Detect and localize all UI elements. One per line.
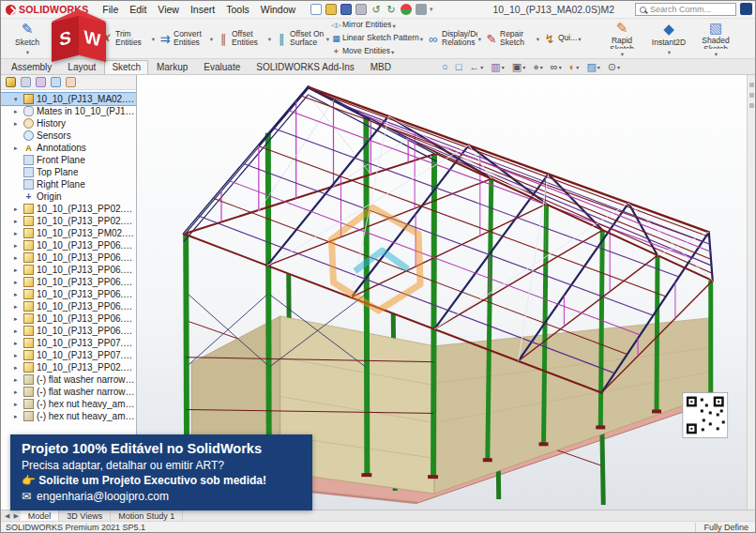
expand-arrow-icon[interactable]: ▸ xyxy=(14,413,23,420)
tree-item[interactable]: ▸ 10_10_(PJ13_PP06.01)M2<1> xyxy=(1,239,136,251)
tree-item[interactable]: ▸ 10_10_(PJ13_PP02.01)M2<2> xyxy=(1,215,136,227)
zoom-fit-icon[interactable] xyxy=(442,61,448,72)
expand-arrow-icon[interactable]: ▸ xyxy=(14,352,23,359)
expand-arrow-icon[interactable]: ▸ xyxy=(14,145,23,152)
tab-scroll-left-icon[interactable]: ◀ xyxy=(3,512,11,520)
property-manager-tab-icon[interactable] xyxy=(21,77,31,87)
dimxpert-manager-tab-icon[interactable] xyxy=(51,77,61,87)
toolbar-button[interactable]: Shaded Sketch Contours xyxy=(692,19,739,58)
zoom-area-icon[interactable] xyxy=(456,61,462,72)
expand-arrow-icon[interactable]: ▸ xyxy=(14,266,23,274)
banner-email[interactable]: engenharia@loogipro.com xyxy=(37,490,169,503)
toolbar-button[interactable]: Linear Sketch Pattern xyxy=(330,32,424,45)
tree-item[interactable]: ▾ 10_10_(PJ13_MA02.01)M2<1> xyxy=(1,93,136,105)
expand-arrow-icon[interactable]: ▸ xyxy=(14,254,23,262)
toolbar-button[interactable]: Offset On Surface xyxy=(272,19,330,58)
command-manager-tab[interactable]: Markup xyxy=(149,60,195,74)
menubar-menu[interactable]: Window xyxy=(255,3,301,16)
edit-appearance-icon[interactable] xyxy=(569,61,580,72)
tree-item[interactable]: ▸ 10_10_(PJ13_PP06.01)M2<7> xyxy=(1,312,136,325)
apply-scene-icon[interactable] xyxy=(586,61,599,73)
toolbar-button[interactable]: Repair Sketch xyxy=(482,19,540,58)
expand-arrow-icon[interactable]: ▸ xyxy=(14,291,23,298)
expand-arrow-icon[interactable]: ▸ xyxy=(14,279,23,286)
menubar-menu[interactable]: View xyxy=(152,3,185,16)
tree-item[interactable]: ▸ 10_10_(PJ13_PP02.03)M2<1> xyxy=(1,361,136,373)
expand-arrow-icon[interactable]: ▸ xyxy=(14,364,23,372)
expand-arrow-icon[interactable]: ▸ xyxy=(14,303,23,311)
options-icon[interactable] xyxy=(416,4,427,15)
command-manager-tab[interactable]: SOLIDWORKS Add-Ins xyxy=(249,60,361,74)
menubar-menu[interactable]: Edit xyxy=(124,3,152,16)
expand-arrow-icon[interactable]: ▾ xyxy=(14,96,23,103)
command-manager-tab[interactable]: Evaluate xyxy=(196,60,248,74)
expand-arrow-icon[interactable]: ▸ xyxy=(14,388,23,396)
tree-item[interactable]: ▸ (-) flat washer narrow_am<1> xyxy=(1,373,136,386)
tree-item[interactable]: Origin xyxy=(1,190,136,203)
chevron-down-icon[interactable]: ▾ xyxy=(430,6,433,13)
tree-item[interactable]: ▸ (-) hex nut heavy_am<2> (... xyxy=(1,410,136,422)
expand-arrow-icon[interactable]: ▸ xyxy=(14,206,23,213)
expand-arrow-icon[interactable]: ▸ xyxy=(14,327,23,335)
task-pane-icon[interactable] xyxy=(749,103,754,108)
tree-item[interactable]: Right Plane xyxy=(1,178,136,190)
tree-item[interactable]: ▸ 10_10_(PJ13_PP06.01)M2<6> xyxy=(1,300,136,312)
expand-arrow-icon[interactable]: ▸ xyxy=(14,242,23,250)
tree-item[interactable]: ▸ 10_10_(PJ13_PP07.11)M2<1> xyxy=(1,349,136,361)
expand-arrow-icon[interactable]: ▸ xyxy=(14,218,23,225)
configuration-manager-tab-icon[interactable] xyxy=(36,77,46,87)
toolbar-button[interactable]: Rapid Sketch xyxy=(598,19,645,58)
save-icon[interactable] xyxy=(340,4,352,15)
rebuild-icon[interactable] xyxy=(401,4,412,15)
tree-item[interactable]: ▸ 10_10_(PJ13_PP06.01)M2<2> xyxy=(1,251,136,264)
command-manager-tab[interactable]: Sketch xyxy=(104,60,148,74)
tree-item[interactable]: ▸ Mates in 10_10_(PJ13_MA0... xyxy=(1,105,136,117)
user-account-icon[interactable] xyxy=(740,3,752,15)
task-pane-strip[interactable] xyxy=(747,75,755,510)
tree-item[interactable]: Sensors xyxy=(1,129,136,142)
model-tab[interactable]: Model xyxy=(21,510,60,521)
view-settings-icon[interactable] xyxy=(608,61,620,73)
tree-item[interactable]: ▸ 10_10_(PJ13_PP02.01)M2<1> xyxy=(1,203,136,215)
undo-icon[interactable] xyxy=(370,4,382,15)
hide-show-icon[interactable] xyxy=(551,61,562,72)
display-style-icon[interactable] xyxy=(533,61,543,72)
toolbar-button[interactable]: Instant2D xyxy=(645,19,692,58)
toolbar-button[interactable]: Move Entities xyxy=(330,45,424,58)
expand-arrow-icon[interactable]: ▸ xyxy=(14,315,23,323)
expand-arrow-icon[interactable]: ▸ xyxy=(14,340,23,347)
model-tab[interactable]: Motion Study 1 xyxy=(111,510,183,521)
open-icon[interactable] xyxy=(325,4,337,15)
toolbar-button[interactable]: Display/Delete Relations xyxy=(424,19,482,58)
tree-item[interactable]: ▸ 10_10_(PJ13_PP06.01)M2<4> xyxy=(1,276,136,288)
expand-arrow-icon[interactable]: ▸ xyxy=(14,376,23,384)
toolbar-button[interactable]: Qui... xyxy=(540,19,598,58)
toolbar-button[interactable]: Convert Entities xyxy=(156,19,214,58)
view-orientation-icon[interactable] xyxy=(512,61,525,73)
model-tab[interactable]: 3D Views xyxy=(59,510,111,521)
new-document-icon[interactable] xyxy=(310,4,322,15)
toolbar-button[interactable]: Mirror Entities xyxy=(330,19,424,32)
tab-scroll-right-icon[interactable]: ▶ xyxy=(11,512,20,520)
toolbar-button[interactable]: Sketch xyxy=(4,19,51,58)
tree-item[interactable]: ▸ (-) flat washer narrow_am<2> xyxy=(1,386,136,398)
tree-item[interactable]: ▸ 10_10_(PJ13_PP06.01)M2<3> xyxy=(1,264,136,276)
expand-arrow-icon[interactable]: ▸ xyxy=(14,401,23,408)
tree-item[interactable]: ▸ (-) hex nut heavy_am<1> (f xyxy=(1,398,136,410)
expand-arrow-icon[interactable]: ▸ xyxy=(14,120,23,128)
toolbar-button[interactable]: Offset Entities xyxy=(214,19,272,58)
command-manager-tab[interactable]: MBD xyxy=(363,60,399,74)
expand-arrow-icon[interactable]: ▸ xyxy=(14,108,23,115)
tree-item[interactable]: ▸ 10_10_(PJ13_PP06.01)M2<8> xyxy=(1,325,136,337)
search-commands-box[interactable]: Search Comm... xyxy=(635,3,736,16)
tree-item[interactable]: ▸ 10_10_(PJ13_PP07.10)M2<1> xyxy=(1,337,136,349)
redo-icon[interactable] xyxy=(386,4,397,15)
display-manager-tab-icon[interactable] xyxy=(66,77,76,87)
menubar-menu[interactable]: Tools xyxy=(220,3,255,16)
task-pane-icon[interactable] xyxy=(749,93,754,98)
tree-item[interactable]: Front Plane xyxy=(1,154,136,166)
tree-item[interactable]: ▸ History xyxy=(1,117,136,129)
expand-arrow-icon[interactable]: ▸ xyxy=(14,230,23,237)
task-pane-icon[interactable] xyxy=(749,83,754,87)
tree-item[interactable]: ▸ Annotations xyxy=(1,142,136,154)
